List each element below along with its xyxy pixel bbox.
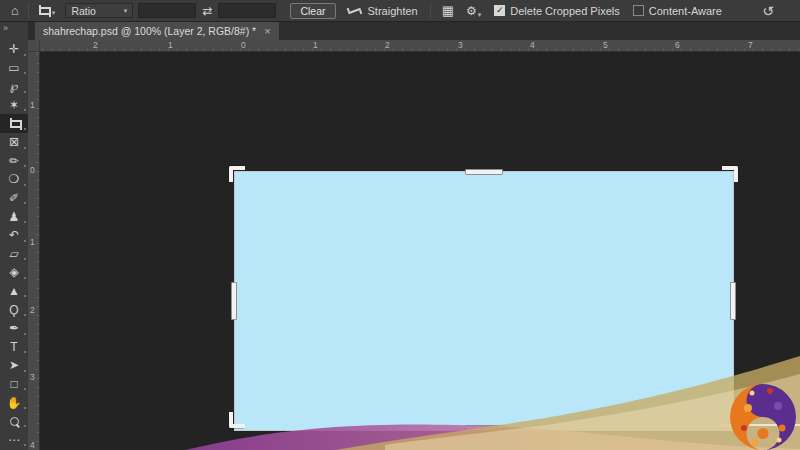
ruler-tick-label: 0 bbox=[241, 40, 246, 50]
marquee-icon: ▭ bbox=[8, 62, 19, 74]
eraser-icon: ▱ bbox=[9, 248, 18, 260]
ruler-tick-label: 2 bbox=[30, 305, 35, 315]
path-select-icon: ➤ bbox=[9, 359, 19, 371]
rectangle-tool[interactable]: □ bbox=[0, 375, 28, 394]
ruler-tick-label: 0 bbox=[30, 165, 35, 175]
document-tab-title: shahrechap.psd @ 100% (Layer 2, RGB/8#) … bbox=[43, 25, 256, 37]
hand-icon: ✋ bbox=[7, 397, 22, 409]
delete-cropped-pixels-label: Delete Cropped Pixels bbox=[510, 5, 619, 17]
path-select-tool[interactable]: ➤ bbox=[0, 356, 28, 375]
dodge-tool[interactable]: Ϙ bbox=[0, 300, 28, 319]
ruler-tick-label: 3 bbox=[30, 372, 35, 382]
history-brush-tool[interactable]: ↶ bbox=[0, 226, 28, 245]
brush-icon: ✐ bbox=[9, 192, 19, 204]
toolbox: ✛▭℘✶⊠✏❍✐♟↶▱◈▲Ϙ✒T➤□✋⋯ bbox=[0, 40, 28, 450]
clone-stamp-tool[interactable]: ♟ bbox=[0, 207, 28, 226]
ruler-tick-label: 5 bbox=[603, 40, 608, 50]
chevron-down-icon: ▾ bbox=[124, 7, 128, 14]
mores-icon: ⋯ bbox=[8, 434, 20, 446]
ruler-tick-label: 1 bbox=[30, 100, 35, 110]
ruler-tick-label: 7 bbox=[748, 40, 753, 50]
separator bbox=[430, 3, 431, 19]
chevron-down-icon: ▾ bbox=[52, 9, 56, 16]
separator bbox=[28, 3, 29, 19]
eraser-tool[interactable]: ▱ bbox=[0, 245, 28, 264]
crop-tool-preset[interactable]: ▾ bbox=[38, 5, 56, 16]
crop-handle-top-right[interactable] bbox=[722, 166, 738, 182]
object-selection-tool[interactable]: ✶ bbox=[0, 96, 28, 115]
crop-handle-top-left[interactable] bbox=[229, 166, 245, 182]
vertical-ruler[interactable]: 101234 bbox=[28, 52, 40, 450]
pen-tool[interactable]: ✒ bbox=[0, 319, 28, 338]
zoom-icon bbox=[10, 417, 19, 426]
move-icon: ✛ bbox=[9, 43, 19, 55]
swap-dimensions-icon[interactable]: ⇄ bbox=[202, 4, 212, 18]
frame-tool[interactable]: ⊠ bbox=[0, 133, 28, 152]
type-icon: T bbox=[10, 341, 17, 353]
crop-handle-bottom-right[interactable] bbox=[722, 412, 738, 428]
straighten-button[interactable]: Straighten bbox=[348, 5, 418, 17]
crop-tool[interactable] bbox=[0, 114, 28, 133]
straighten-icon bbox=[348, 7, 361, 13]
document-tab-bar: » shahrechap.psd @ 100% (Layer 2, RGB/8#… bbox=[0, 22, 800, 40]
gear-icon: ⚙ bbox=[466, 4, 477, 18]
ruler-tick-label: 1 bbox=[313, 40, 318, 50]
crop-handle-right[interactable] bbox=[730, 282, 736, 320]
rectangle-icon: □ bbox=[10, 378, 17, 390]
more-tools[interactable]: ⋯ bbox=[0, 430, 28, 449]
eyedropper-icon: ✏ bbox=[9, 155, 19, 167]
marquee-tool[interactable]: ▭ bbox=[0, 59, 28, 78]
crop-handle-left[interactable] bbox=[231, 282, 237, 320]
crop-height-input[interactable] bbox=[218, 3, 276, 18]
checkbox-icon: ✓ bbox=[633, 5, 644, 16]
paint-bucket-icon: ◈ bbox=[9, 266, 18, 278]
clear-button[interactable]: Clear bbox=[290, 3, 335, 19]
ratio-select[interactable]: Ratio ▾ bbox=[65, 3, 133, 18]
ruler-tick-label: 4 bbox=[30, 440, 35, 450]
paint-bucket-tool[interactable]: ◈ bbox=[0, 263, 28, 282]
ruler-tick-label: 6 bbox=[675, 40, 680, 50]
ruler-tick-label: 3 bbox=[458, 40, 463, 50]
ruler-tick-label: 2 bbox=[93, 40, 98, 50]
lasso-tool[interactable]: ℘ bbox=[0, 77, 28, 96]
collapse-panel-icon[interactable]: » bbox=[0, 22, 28, 40]
eyedropper-tool[interactable]: ✏ bbox=[0, 152, 28, 171]
crop-width-input[interactable] bbox=[138, 3, 196, 18]
reset-crop-icon[interactable]: ↺ bbox=[762, 3, 774, 19]
crop-options-bar: ⌂ ▾ Ratio ▾ ⇄ Clear Straighten ▦ ⚙ ▾ ✓ D… bbox=[0, 0, 800, 22]
ruler-origin-corner[interactable] bbox=[28, 40, 40, 52]
crop-handle-top[interactable] bbox=[465, 169, 503, 175]
ruler-tick-label: 1 bbox=[30, 237, 35, 247]
shape-dynamics-tool[interactable]: ▲ bbox=[0, 282, 28, 301]
pen-icon: ✒ bbox=[9, 322, 19, 334]
zoom-tool[interactable] bbox=[0, 412, 28, 431]
clone-stamp-icon: ♟ bbox=[9, 211, 20, 223]
crop-handle-bottom[interactable] bbox=[465, 425, 503, 431]
crop-icon bbox=[9, 118, 20, 129]
ruler-tick-label: 2 bbox=[385, 40, 390, 50]
history-brush-icon: ↶ bbox=[9, 229, 19, 241]
delete-cropped-pixels-checkbox[interactable]: ✓ Delete Cropped Pixels bbox=[494, 5, 619, 17]
crop-icon bbox=[38, 5, 49, 16]
close-icon[interactable]: × bbox=[264, 25, 270, 37]
healing-brush-icon: ❍ bbox=[9, 173, 20, 185]
brush-tool[interactable]: ✐ bbox=[0, 189, 28, 208]
hand-tool[interactable]: ✋ bbox=[0, 393, 28, 412]
crop-image[interactable] bbox=[235, 172, 733, 430]
home-icon[interactable]: ⌂ bbox=[11, 3, 19, 18]
horizontal-ruler[interactable]: 2101234567 bbox=[40, 40, 800, 52]
dodge-icon: Ϙ bbox=[9, 304, 18, 316]
document-tab[interactable]: shahrechap.psd @ 100% (Layer 2, RGB/8#) … bbox=[35, 22, 279, 40]
shape-dynamics-icon: ▲ bbox=[8, 285, 20, 297]
checkbox-icon: ✓ bbox=[494, 5, 505, 16]
ratio-select-value: Ratio bbox=[71, 5, 96, 17]
crop-settings-button[interactable]: ⚙ ▾ bbox=[466, 4, 481, 18]
healing-brush-tool[interactable]: ❍ bbox=[0, 170, 28, 189]
crop-handle-bottom-left[interactable] bbox=[229, 412, 245, 428]
type-tool[interactable]: T bbox=[0, 338, 28, 357]
overlay-options-icon[interactable]: ▦ bbox=[442, 3, 454, 18]
move-tool[interactable]: ✛ bbox=[0, 40, 28, 59]
content-aware-checkbox[interactable]: ✓ Content-Aware bbox=[633, 5, 722, 17]
chevron-down-icon: ▾ bbox=[478, 11, 482, 18]
ruler-tick-label: 4 bbox=[530, 40, 535, 50]
